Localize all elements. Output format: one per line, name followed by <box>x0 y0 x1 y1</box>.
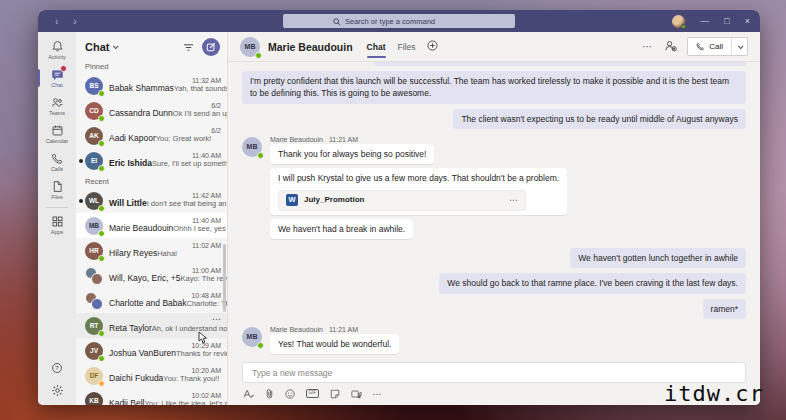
chat-list-title[interactable]: Chat <box>85 41 117 53</box>
file-icon <box>51 180 64 193</box>
calendar-icon <box>51 124 64 137</box>
chat-name: Daichi Fukuda <box>109 373 163 383</box>
new-chat-button[interactable] <box>202 38 220 56</box>
chat-time: 10:20 AM <box>191 367 221 374</box>
chat-name: Eric Ishida <box>109 158 152 168</box>
title-bar: ‹ › — □ × <box>38 10 760 32</box>
rail-item-apps[interactable]: Apps <box>38 212 76 238</box>
rail-label: Activity <box>48 54 65 60</box>
chat-row-selected[interactable]: MB Marie BeaudouinOhhh I see, yes let me… <box>76 213 227 238</box>
chat-row[interactable]: KB Kadji BellYou: I like the idea, let's… <box>76 388 227 405</box>
search-input[interactable] <box>345 17 465 26</box>
rail-item-chat[interactable]: Chat <box>38 65 76 91</box>
settings-gear-icon[interactable] <box>51 384 64 397</box>
rail-label: Chat <box>51 82 63 88</box>
rail-item-files[interactable]: Files <box>38 177 76 203</box>
chat-row[interactable]: BS Babak ShammasYah, that sounds great 1… <box>76 73 227 98</box>
presence-available-icon <box>98 405 105 406</box>
chat-row[interactable]: DF Daichi FukudaYou: Thank you!! 10:20 A… <box>76 363 227 388</box>
presence-available-icon <box>98 115 105 122</box>
row-more-icon[interactable]: ⋯ <box>212 314 221 324</box>
presence-available-icon <box>98 140 105 147</box>
avatar: DF <box>85 367 103 385</box>
rail-item-calls[interactable]: Calls <box>38 149 76 175</box>
chat-preview: Charlotte: The client was pretty happy w… <box>187 299 229 308</box>
call-split-button: Call <box>687 37 748 56</box>
gif-icon[interactable]: GIF <box>306 389 319 398</box>
chat-row[interactable]: HR Hilary ReyesHaha! 11:02 AM <box>76 238 227 263</box>
rail-label: Calls <box>51 166 63 172</box>
format-icon[interactable] <box>243 389 254 399</box>
scrollbar-thumb[interactable] <box>223 244 226 312</box>
minimize-button[interactable]: — <box>700 17 709 26</box>
close-button[interactable]: × <box>745 17 750 26</box>
command-search[interactable] <box>283 14 515 28</box>
add-tab-icon[interactable] <box>427 40 438 53</box>
rail-item-activity[interactable]: Activity <box>38 37 76 63</box>
chat-preview: You: Great work! <box>156 134 212 143</box>
file-name: July_Promotion <box>304 194 503 206</box>
chat-row[interactable]: CD Cassandra DunnOk I'll send an update … <box>76 98 227 123</box>
chat-name: Aadi Kapoor <box>109 133 156 143</box>
filter-icon[interactable] <box>183 38 194 56</box>
chat-row[interactable]: Charlotte and BabakCharlotte: The client… <box>76 288 227 313</box>
meet-now-icon[interactable] <box>351 389 362 399</box>
received-message-group: MB Marie Beaudouin11:21 AM Thank you for… <box>242 136 567 243</box>
call-options-chevron[interactable] <box>731 38 747 55</box>
message-input-box[interactable] <box>242 362 746 383</box>
presence-available-icon <box>257 342 264 349</box>
more-options-icon[interactable]: ⋯ <box>642 41 652 52</box>
maximize-button[interactable]: □ <box>724 17 729 26</box>
tab-files[interactable]: Files <box>398 32 416 62</box>
peer-avatar: MB <box>240 37 260 57</box>
chat-time: 11:40 AM <box>192 152 221 159</box>
avatar: BS <box>85 77 103 95</box>
forward-button[interactable]: › <box>73 16 76 27</box>
rail-item-calendar[interactable]: Calendar <box>38 121 76 147</box>
rail-label: Teams <box>49 110 65 116</box>
file-more-icon[interactable]: ⋯ <box>509 194 518 207</box>
chat-time: 11:32 AM <box>192 77 221 84</box>
message-input[interactable] <box>252 368 736 378</box>
presence-available-icon <box>257 152 264 159</box>
avatar: HR <box>85 242 103 260</box>
peer-avatar: MB <box>242 137 262 157</box>
mouse-cursor <box>198 330 209 348</box>
chat-list-panel: Chat Pinned BS Babak ShammasYah, that so… <box>76 32 228 405</box>
chat-preview: Ohhh I see, yes let me fix that! <box>173 224 228 233</box>
message-list: I'm pretty confident that this launch wi… <box>228 62 760 358</box>
rail-label: Files <box>51 194 63 200</box>
group-avatar <box>85 292 103 310</box>
chat-name: Will, Kayo, Eric, +5 <box>109 273 181 283</box>
chat-preview: You: I like the idea, let's pitch it! <box>144 399 228 406</box>
compose-more-icon[interactable]: ⋯ <box>373 389 382 399</box>
sticker-icon[interactable] <box>330 389 340 399</box>
unread-badge <box>60 65 67 72</box>
chat-preview: Thanks for reviewing! <box>176 349 228 358</box>
chat-row[interactable]: EI Eric IshidaSure, I'll set up somethin… <box>76 148 227 173</box>
file-attachment-card[interactable]: W July_Promotion ⋯ <box>278 190 526 211</box>
presence-available-icon <box>98 165 105 172</box>
rail-item-teams[interactable]: Teams <box>38 93 76 119</box>
chat-time: 6/2 <box>211 102 221 109</box>
chat-row[interactable]: Will, Kayo, Eric, +5Kayo: The review wen… <box>76 263 227 288</box>
received-message-group: MB Marie Beaudouin11:21 AM Yes! That wou… <box>242 326 421 358</box>
rail-label: Apps <box>51 229 64 235</box>
user-avatar[interactable] <box>672 15 685 28</box>
emoji-icon[interactable] <box>285 389 295 399</box>
call-button[interactable]: Call <box>688 38 731 55</box>
attach-icon[interactable] <box>265 388 274 399</box>
sent-message: I'm pretty confident that this launch wi… <box>242 71 746 104</box>
received-message: Thank you for always being so positive! <box>270 144 434 164</box>
received-message: I will push Krystal to give us a few mor… <box>270 168 567 214</box>
back-button[interactable]: ‹ <box>55 16 58 27</box>
apps-grid-icon <box>51 215 64 228</box>
chat-row[interactable]: AK Aadi KapoorYou: Great work! 6/2 <box>76 123 227 148</box>
help-icon[interactable]: ? <box>51 362 63 374</box>
tab-chat[interactable]: Chat <box>367 32 386 62</box>
chat-name: Reta Taylor <box>109 323 152 333</box>
add-people-icon[interactable] <box>664 38 677 56</box>
chat-row[interactable]: WL Will LittleI don't see that being an … <box>76 188 227 213</box>
svg-text:?: ? <box>55 365 59 371</box>
avatar: KB <box>85 392 103 406</box>
